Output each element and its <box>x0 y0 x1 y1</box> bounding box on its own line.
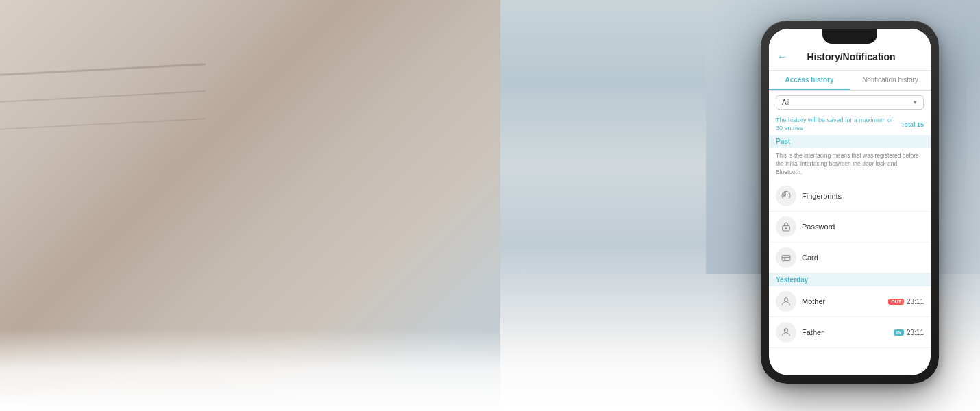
fingerprints-label: Fingerprints <box>802 192 924 200</box>
app-tabs: Access history Notification history <box>769 71 931 91</box>
father-time: 23:11 <box>907 329 924 336</box>
back-button[interactable]: ← <box>777 51 788 63</box>
fingerprint-icon-container <box>776 186 796 206</box>
filter-value: All <box>782 99 789 106</box>
total-info-text: The history will be saved for a maximum … <box>776 116 901 132</box>
fingerprint-icon <box>781 190 792 201</box>
phone-screen: ← History/Notification Access history No… <box>769 29 931 375</box>
past-message: This is the interfacing means that was r… <box>769 148 931 181</box>
svg-point-1 <box>785 228 787 229</box>
person-icon-father <box>781 327 792 338</box>
svg-rect-2 <box>782 256 790 261</box>
phone-frame: ← History/Notification Access history No… <box>761 21 939 384</box>
phone-notch <box>822 29 877 44</box>
password-label: Password <box>802 223 924 231</box>
list-item-mother[interactable]: Mother OUT 23:11 <box>769 286 931 317</box>
chevron-down-icon: ▼ <box>912 99 918 105</box>
mother-label: Mother <box>802 297 888 306</box>
list-item-password[interactable]: Password <box>769 212 931 242</box>
mother-time: 23:11 <box>907 298 924 306</box>
app-ui: ← History/Notification Access history No… <box>769 29 931 375</box>
tab-notification-history[interactable]: Notification history <box>850 71 931 90</box>
svg-point-5 <box>784 298 787 301</box>
card-icon <box>781 252 792 263</box>
password-icon <box>781 221 792 232</box>
total-row: The history will be saved for a maximum … <box>769 114 931 135</box>
filter-dropdown[interactable]: All ▼ <box>776 95 924 110</box>
password-icon-container <box>776 216 796 237</box>
section-yesterday: Yesterday <box>769 273 931 286</box>
filter-row: All ▼ <box>769 91 931 114</box>
list-item-fingerprints[interactable]: Fingerprints <box>769 181 931 212</box>
list-item-card[interactable]: Card <box>769 242 931 273</box>
person-icon-mother-container <box>776 291 796 312</box>
tab-access-history[interactable]: Access history <box>769 71 850 90</box>
father-label: Father <box>802 328 894 336</box>
app-title: History/Notification <box>794 51 909 62</box>
list-item-father[interactable]: Father IN 23:11 <box>769 317 931 348</box>
person-icon-father-container <box>776 322 796 342</box>
svg-point-6 <box>784 329 787 332</box>
person-icon-mother <box>781 296 792 307</box>
in-badge-father: IN <box>894 329 904 336</box>
card-label: Card <box>802 253 924 262</box>
phone-device: ← History/Notification Access history No… <box>761 21 939 384</box>
card-icon-container <box>776 247 796 268</box>
section-past: Past <box>769 135 931 148</box>
total-count: Total 15 <box>901 121 924 128</box>
out-badge-mother: OUT <box>888 299 904 305</box>
